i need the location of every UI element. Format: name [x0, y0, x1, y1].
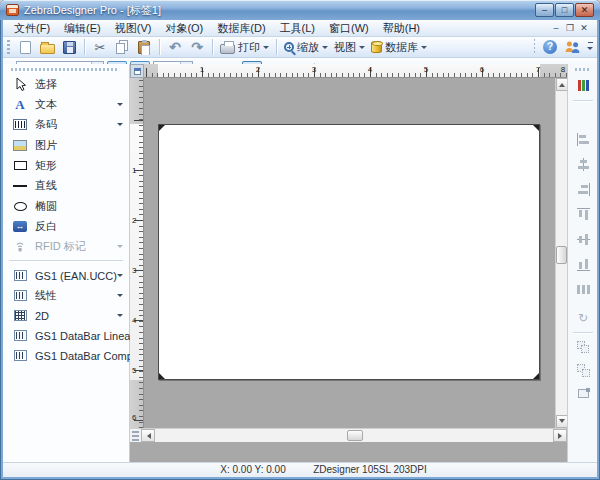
print-button[interactable]: 打印 [218, 38, 271, 57]
standard-toolbar: ✂ ↶ ↷ 打印 缩放 视图 数据库 [3, 37, 597, 58]
horizontal-scrollbar[interactable] [130, 428, 567, 442]
tool-select[interactable]: 选择 [7, 75, 127, 94]
vertical-scrollbar[interactable] [555, 78, 567, 428]
label-page[interactable] [158, 124, 540, 380]
ungroup-button[interactable] [574, 361, 592, 379]
align-middle-vertical-button[interactable] [574, 230, 592, 248]
toolbar-grip[interactable] [575, 68, 591, 71]
align-middle-vertical-icon [577, 233, 590, 246]
triangle-down-icon [559, 419, 565, 426]
mdi-close-button[interactable]: ✕ [577, 22, 591, 35]
barcode-group-2d[interactable]: 2D [7, 306, 127, 325]
ruler-number: 4 [132, 316, 136, 325]
align-left-button[interactable] [574, 130, 592, 148]
menu-bar: 文件(F) 编辑(E) 视图(V) 对象(O) 数据库(D) 工具(L) 窗口(… [3, 20, 597, 37]
copy-button[interactable] [112, 38, 132, 57]
tool-line[interactable]: 直线 [7, 176, 127, 195]
scroll-left-button[interactable] [141, 429, 155, 442]
toolbar-overflow-button[interactable] [587, 42, 593, 53]
color-palette-button[interactable] [574, 76, 592, 94]
align-bottom-button[interactable] [574, 255, 592, 273]
app-window: ZebraDesigner Pro - [标签1] – □ ✕ 文件(F) 编辑… [0, 0, 600, 480]
tool-ellipse[interactable]: 椭圆 [7, 197, 127, 216]
tool-rectangle[interactable]: 矩形 [7, 156, 127, 175]
toolbox-panel: 选择 A 文本 条码 图片 矩形 直线 [3, 64, 130, 462]
triangle-left-icon [144, 433, 151, 439]
database-button[interactable]: 数据库 [369, 38, 429, 57]
redo-button[interactable]: ↷ [187, 38, 207, 57]
ruler-number: 5 [132, 366, 136, 375]
distribute-horizontal-icon [577, 283, 590, 296]
menu-help[interactable]: 帮助(H) [376, 20, 427, 36]
ruler-number: 3 [312, 65, 316, 74]
tool-inverse[interactable]: ↔ 反白 [7, 217, 127, 236]
toolbox-grip[interactable] [11, 68, 119, 71]
align-toolbar: ↻ [567, 64, 597, 462]
toolbar-grip[interactable] [7, 40, 10, 54]
mdi-minimize-button[interactable]: – [549, 22, 563, 35]
linear-barcode-icon [14, 290, 27, 301]
page-corner-mark [159, 373, 165, 379]
tool-barcode[interactable]: 条码 [7, 115, 127, 134]
save-button[interactable] [59, 38, 79, 57]
vertical-scroll-thumb[interactable] [556, 246, 567, 264]
distribute-horizontal-button[interactable] [574, 280, 592, 298]
barcode-group-linear[interactable]: 线性 [7, 286, 127, 305]
menu-file[interactable]: 文件(F) [7, 20, 57, 36]
close-button[interactable]: ✕ [575, 3, 594, 17]
ruler-number: 6 [132, 413, 136, 422]
object-marker-icon [578, 389, 589, 398]
select-arrow-icon [11, 77, 29, 92]
undo-button[interactable]: ↶ [165, 38, 185, 57]
help-button[interactable]: ? [540, 38, 560, 57]
window-content: 文件(F) 编辑(E) 视图(V) 对象(O) 数据库(D) 工具(L) 窗口(… [3, 20, 597, 477]
align-top-button[interactable] [574, 205, 592, 223]
horizontal-ruler: 1 2 3 4 5 6 7 8 [144, 64, 567, 78]
menu-tools[interactable]: 工具(L) [273, 20, 322, 36]
open-folder-icon [40, 44, 55, 54]
object-properties-button[interactable] [574, 384, 592, 402]
menu-view[interactable]: 视图(V) [108, 20, 159, 36]
zoom-button[interactable]: 缩放 [282, 38, 330, 57]
title-bar[interactable]: ZebraDesigner Pro - [标签1] – □ ✕ [0, 0, 600, 20]
chevron-down-icon [117, 314, 123, 320]
contacts-button[interactable] [562, 38, 583, 57]
tool-rfid[interactable]: RFID 标记 [7, 237, 127, 256]
status-bar: X: 0.00 Y: 0.00 ZDesigner 105SL 203DPI [3, 462, 597, 477]
page-corner-mark [533, 125, 539, 131]
horizontal-scroll-thumb[interactable] [347, 430, 363, 441]
align-right-button[interactable] [574, 180, 592, 198]
align-center-horizontal-button[interactable] [574, 155, 592, 173]
new-button[interactable] [15, 38, 35, 57]
chevron-down-icon [117, 103, 123, 109]
picture-icon [13, 140, 27, 151]
cut-button[interactable]: ✂ [90, 38, 110, 57]
ruler-number: 1 [132, 166, 136, 175]
view-button[interactable]: 视图 [332, 38, 367, 57]
toolbar-separator [212, 39, 213, 55]
scroll-right-button[interactable] [553, 429, 567, 442]
maximize-button[interactable]: □ [555, 3, 574, 17]
design-area: 1 2 3 4 5 6 7 8 1 2 3 4 5 6 [130, 64, 567, 462]
rotate-button[interactable]: ↻ [574, 309, 592, 327]
group-button[interactable] [574, 338, 592, 356]
menu-database[interactable]: 数据库(D) [210, 20, 272, 36]
tool-picture[interactable]: 图片 [7, 136, 127, 155]
open-button[interactable] [37, 38, 57, 57]
menu-window[interactable]: 窗口(W) [322, 20, 376, 36]
ruler-origin-button[interactable] [130, 64, 144, 78]
barcode-group-databar-linear[interactable]: GS1 DataBar Linear [7, 326, 127, 345]
paste-button[interactable] [134, 38, 154, 57]
minimize-button[interactable]: – [535, 3, 554, 17]
align-right-icon [577, 183, 590, 196]
canvas-background[interactable] [144, 78, 555, 428]
menu-edit[interactable]: 编辑(E) [57, 20, 108, 36]
tool-text[interactable]: A 文本 [7, 95, 127, 114]
barcode-group-databar-composite[interactable]: GS1 DataBar Composite [7, 346, 127, 365]
scrollbar-grip[interactable] [132, 431, 139, 441]
copy-icon [116, 43, 125, 54]
mdi-restore-button[interactable]: ❐ [563, 22, 577, 35]
rectangle-icon [14, 161, 27, 170]
barcode-group-gs1[interactable]: GS1 (EAN.UCC) [7, 266, 127, 285]
menu-object[interactable]: 对象(O) [158, 20, 210, 36]
